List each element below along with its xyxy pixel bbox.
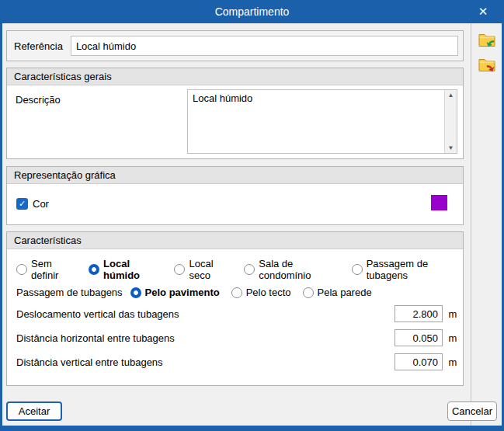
- description-text[interactable]: Local húmido: [188, 90, 444, 153]
- radio-circle-icon: [231, 287, 242, 298]
- radio-selected-icon: [130, 287, 141, 298]
- vertical-distance-input[interactable]: [395, 353, 443, 370]
- vertical-offset-input[interactable]: [395, 305, 443, 322]
- horizontal-distance-input[interactable]: [395, 329, 443, 346]
- group-general-title: Características gerais: [14, 71, 112, 82]
- color-swatch[interactable]: [431, 195, 447, 210]
- color-checkbox-checked-icon[interactable]: ✓: [16, 198, 28, 210]
- radio-pelo-pavimento[interactable]: Pelo pavimento: [130, 287, 220, 298]
- field-row-horizontal-distance: Distância horizontal entre tubagens m: [7, 329, 463, 346]
- group-characteristics: Características Sem definir Local húmido…: [6, 231, 464, 386]
- field-row-vertical-distance: Distância vertical entre tubagens m: [7, 353, 463, 370]
- field-label: Distância vertical entre tubagens: [16, 356, 395, 368]
- unit-label: m: [443, 308, 463, 320]
- radio-label: Sala de condomínio: [259, 258, 339, 281]
- cancel-button[interactable]: Cancelar: [447, 401, 497, 421]
- piping-label: Passagem de tubagens: [16, 287, 123, 298]
- piping-radio-group: Passagem de tubagens Pelo pavimento Pelo…: [7, 287, 463, 298]
- description-textarea[interactable]: Local húmido ▲ ▼: [187, 89, 457, 154]
- scroll-down-icon[interactable]: ▼: [448, 144, 454, 151]
- room-type-radio-group: Sem definir Local húmido Local seco Sala…: [7, 258, 463, 281]
- reference-row: Referência: [6, 30, 464, 61]
- radio-label: Sem definir: [31, 258, 77, 281]
- dialog-content: Referência Características gerais Descri…: [2, 23, 502, 426]
- group-graphic-header: Representação gráfica: [7, 167, 463, 184]
- radio-circle-icon: [244, 264, 255, 275]
- unit-label: m: [443, 356, 463, 368]
- description-scrollbar[interactable]: ▲ ▼: [444, 90, 457, 153]
- scroll-up-icon[interactable]: ▲: [448, 92, 454, 99]
- group-graphic: Representação gráfica ✓ Cor: [6, 166, 464, 225]
- radio-label: Passagem de tubagens: [367, 258, 463, 281]
- group-characteristics-title: Características: [14, 235, 82, 246]
- close-icon[interactable]: ✕: [468, 0, 498, 23]
- description-label: Descrição: [16, 94, 61, 106]
- accept-button[interactable]: Aceitar: [6, 401, 62, 421]
- import-configuration-folder-icon[interactable]: [478, 31, 496, 48]
- radio-circle-icon: [352, 264, 363, 275]
- radio-label: Local húmido: [103, 258, 162, 281]
- radio-sala-condominio[interactable]: Sala de condomínio: [244, 258, 339, 281]
- reference-input[interactable]: [71, 36, 458, 56]
- radio-passagem-tubagens[interactable]: Passagem de tubagens: [352, 258, 463, 281]
- field-row-vertical-offset: Deslocamento vertical das tubagens m: [7, 305, 463, 322]
- group-general: Características gerais Descrição Local h…: [6, 68, 464, 159]
- radio-circle-icon: [303, 287, 314, 298]
- group-characteristics-header: Características: [7, 232, 463, 249]
- titlebar[interactable]: Compartimento ✕: [0, 0, 504, 23]
- accept-button-label: Aceitar: [19, 405, 50, 417]
- compartimento-dialog: Compartimento ✕ Referência Característic…: [0, 0, 504, 431]
- radio-circle-icon: [174, 264, 185, 275]
- export-configuration-folder-icon[interactable]: [478, 56, 496, 73]
- radio-label: Local seco: [189, 258, 232, 281]
- radio-circle-icon: [16, 264, 27, 275]
- side-toolbar: [471, 23, 502, 426]
- field-label: Distância horizontal entre tubagens: [16, 332, 395, 344]
- radio-sem-definir[interactable]: Sem definir: [16, 258, 77, 281]
- reference-label: Referência: [14, 40, 63, 52]
- color-checkbox-label: Cor: [33, 198, 49, 210]
- color-checkbox-row[interactable]: ✓ Cor: [16, 198, 49, 210]
- radio-label: Pelo tecto: [246, 287, 291, 298]
- radio-label: Pelo pavimento: [145, 287, 220, 298]
- dialog-title: Compartimento: [215, 5, 290, 18]
- cancel-button-label: Cancelar: [452, 405, 492, 417]
- unit-label: m: [443, 332, 463, 344]
- radio-pela-parede[interactable]: Pela parede: [303, 287, 372, 298]
- radio-pelo-tecto[interactable]: Pelo tecto: [231, 287, 291, 298]
- radio-local-seco[interactable]: Local seco: [174, 258, 232, 281]
- group-graphic-title: Representação gráfica: [14, 169, 116, 181]
- radio-selected-icon: [89, 264, 99, 275]
- radio-label: Pela parede: [318, 287, 372, 298]
- radio-local-humido[interactable]: Local húmido: [89, 258, 162, 281]
- group-general-header: Características gerais: [7, 68, 463, 85]
- field-label: Deslocamento vertical das tubagens: [16, 308, 395, 320]
